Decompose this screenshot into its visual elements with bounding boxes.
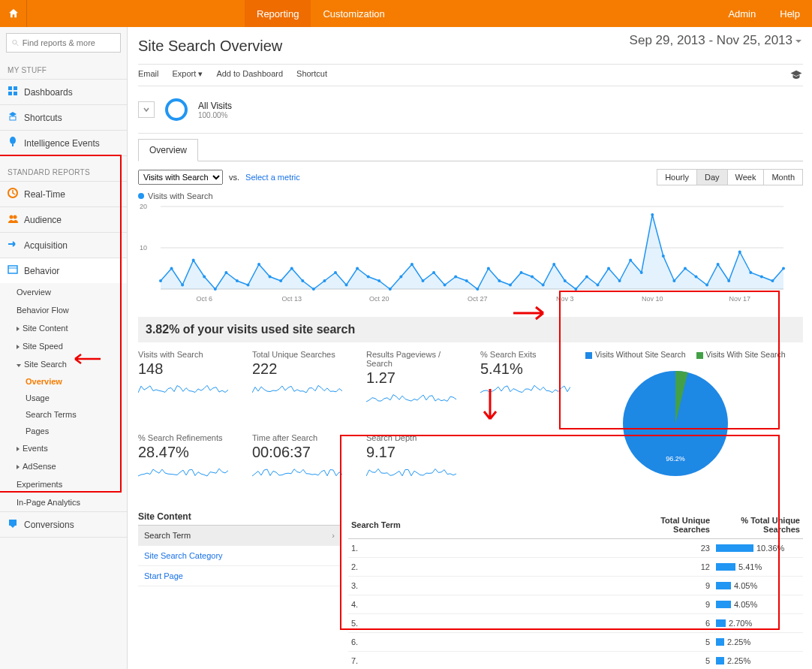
line-chart[interactable]: 1020Oct 6Oct 13Oct 20Oct 27Nov 3Nov 10No… xyxy=(138,200,791,306)
svg-point-47 xyxy=(454,276,457,279)
nav-customization[interactable]: Customization xyxy=(311,0,396,27)
sidebar-item-conversions[interactable]: Conversions xyxy=(0,511,127,538)
svg-text:Oct 6: Oct 6 xyxy=(196,295,212,303)
sc-row-category[interactable]: Site Search Category xyxy=(138,546,341,566)
svg-point-24 xyxy=(203,276,206,279)
svg-point-59 xyxy=(585,276,588,279)
sidebar-item-dashboards[interactable]: Dashboards xyxy=(0,79,127,104)
sidebar-item-behavior[interactable]: Behavior xyxy=(0,258,127,283)
sidebar-icon xyxy=(8,86,18,98)
pie-chart[interactable]: 96.2% xyxy=(585,363,765,491)
svg-point-40 xyxy=(377,279,380,282)
svg-point-23 xyxy=(192,259,195,262)
site-search-sub-usage[interactable]: Usage xyxy=(0,390,127,406)
sidebar-icon xyxy=(8,188,18,200)
sidebar-icon xyxy=(8,111,18,124)
svg-line-1 xyxy=(17,44,19,46)
education-icon[interactable] xyxy=(789,69,803,81)
sparkline xyxy=(252,464,342,479)
sc-row-start-page[interactable]: Start Page xyxy=(138,566,341,586)
table-row[interactable]: 5. 62.70% xyxy=(348,614,803,633)
nav-reporting[interactable]: Reporting xyxy=(245,0,311,27)
metric-selector[interactable]: Visits with Search xyxy=(138,170,223,185)
svg-point-31 xyxy=(279,279,282,282)
home-icon[interactable] xyxy=(0,0,27,27)
site-search-sub-search-terms[interactable]: Search Terms xyxy=(0,406,127,423)
toolbar-email[interactable]: Email xyxy=(138,69,159,81)
svg-rect-6 xyxy=(10,116,16,120)
segment-expand-button[interactable] xyxy=(138,101,155,118)
stat-results-pageviews-search: Results Pageviews / Search1.27 xyxy=(366,350,462,420)
svg-point-72 xyxy=(727,279,730,282)
svg-point-35 xyxy=(323,279,326,282)
table-row[interactable]: 4. 94.05% xyxy=(348,595,803,614)
svg-point-41 xyxy=(389,288,392,291)
svg-point-7 xyxy=(10,137,16,144)
sidebar-item-real-time[interactable]: Real-Time xyxy=(0,181,127,206)
svg-point-46 xyxy=(444,284,447,287)
gran-day[interactable]: Day xyxy=(696,170,727,185)
svg-text:96.2%: 96.2% xyxy=(666,455,685,463)
behavior-sub-events[interactable]: Events xyxy=(0,439,127,457)
behavior-sub-in-page-analytics[interactable]: In-Page Analytics xyxy=(0,493,127,511)
behavior-sub-site-content[interactable]: Site Content xyxy=(0,319,127,337)
search-icon xyxy=(11,38,20,47)
svg-point-54 xyxy=(531,276,534,279)
svg-point-67 xyxy=(672,279,675,282)
chevron-right-icon xyxy=(17,447,20,451)
behavior-sub-site-speed[interactable]: Site Speed xyxy=(0,337,127,355)
svg-point-58 xyxy=(574,288,577,291)
table-row[interactable]: 3. 94.05% xyxy=(348,577,803,595)
svg-point-32 xyxy=(290,267,293,270)
svg-text:Oct 13: Oct 13 xyxy=(281,295,302,303)
site-search-sub-pages[interactable]: Pages xyxy=(0,423,127,439)
chevron-down-icon xyxy=(17,364,21,367)
svg-point-28 xyxy=(246,284,249,287)
stat-visits-with-search: Visits with Search148 xyxy=(138,350,234,420)
table-row[interactable]: 6. 52.25% xyxy=(348,633,803,652)
segment-ring-icon xyxy=(165,98,188,121)
sidebar-item-shortcuts[interactable]: Shortcuts xyxy=(0,104,127,130)
behavior-sub-behavior-flow[interactable]: Behavior Flow xyxy=(0,301,127,319)
tab-overview[interactable]: Overview xyxy=(138,139,198,161)
sparkline xyxy=(366,464,456,479)
svg-point-50 xyxy=(487,267,490,270)
nav-admin[interactable]: Admin xyxy=(716,0,768,27)
toolbar-export[interactable]: Export ▾ xyxy=(173,69,203,81)
summary-banner: 3.82% of your visits used site search xyxy=(138,317,803,342)
nav-help[interactable]: Help xyxy=(768,0,812,27)
svg-point-45 xyxy=(432,271,435,274)
segment-all-visits[interactable]: All Visits 100.00% xyxy=(198,101,232,119)
svg-text:20: 20 xyxy=(140,203,147,210)
behavior-sub-overview[interactable]: Overview xyxy=(0,283,127,301)
gran-month[interactable]: Month xyxy=(763,170,802,185)
table-row[interactable]: 1. 2310.36% xyxy=(348,539,803,558)
site-search-sub-overview[interactable]: Overview xyxy=(0,373,127,390)
table-row[interactable]: 7. 52.25% xyxy=(348,652,803,670)
th-term[interactable]: Search Term xyxy=(348,511,630,539)
sidebar-search[interactable] xyxy=(6,33,121,53)
behavior-sub-adsense[interactable]: AdSense xyxy=(0,457,127,475)
sparkline xyxy=(480,381,570,396)
table-row[interactable]: 2. 125.41% xyxy=(348,558,803,577)
chart-legend: Visits with Search xyxy=(138,191,803,200)
gran-hourly[interactable]: Hourly xyxy=(657,170,696,185)
toolbar-add-dashboard[interactable]: Add to Dashboard xyxy=(216,69,283,81)
caret-down-icon xyxy=(795,40,801,43)
svg-point-43 xyxy=(411,263,414,266)
date-range-picker[interactable]: Sep 29, 2013 - Nov 25, 2013 xyxy=(630,33,801,48)
sc-row-search-term[interactable]: Search Term› xyxy=(138,526,341,546)
svg-point-37 xyxy=(345,284,348,287)
behavior-sub-site-search[interactable]: Site Search xyxy=(0,355,127,373)
gran-week[interactable]: Week xyxy=(727,170,764,185)
behavior-sub-experiments[interactable]: Experiments xyxy=(0,475,127,493)
th-pct[interactable]: % Total Unique Searches xyxy=(713,511,803,539)
th-unique[interactable]: Total Unique Searches xyxy=(630,511,713,539)
sidebar-item-intelligence-events[interactable]: Intelligence Events xyxy=(0,130,127,156)
sidebar-item-audience[interactable]: Audience xyxy=(0,206,127,232)
toolbar-shortcut[interactable]: Shortcut xyxy=(296,69,327,81)
select-metric-link[interactable]: Select a metric xyxy=(245,173,300,182)
sidebar-item-acquisition[interactable]: Acquisition xyxy=(0,232,127,258)
sidebar-search-input[interactable] xyxy=(23,38,116,47)
svg-point-34 xyxy=(312,288,315,291)
